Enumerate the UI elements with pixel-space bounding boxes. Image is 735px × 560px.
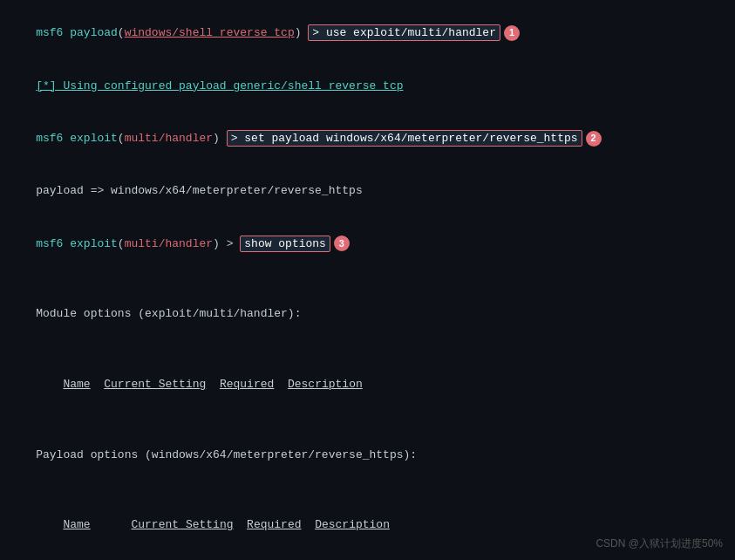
blank1 [9,270,726,288]
exploit-label: exploit [70,132,118,145]
terminal: msf6 payload(windows/shell_reverse_tcp) … [0,0,735,560]
msf6-label2: msf6 [36,132,70,145]
module-cols-header: Name Current Setting Required Descriptio… [9,359,726,411]
badge-3: 3 [334,236,350,251]
show-options-cmd: show options [240,236,330,252]
handler-label2: multi/handler [125,237,213,250]
blank4 [9,481,726,499]
row-exitfunc: EXITFUNC process yes Exit technique (Acc… [9,551,726,560]
payload-options-header: Payload options (windows/x64/meterpreter… [9,428,726,481]
module-options-header: Module options (exploit/multi/handler): [9,288,726,340]
line-configured-payload: [*] Using configured payload generic/she… [9,59,726,112]
set-payload-cmd: > set payload windows/x64/meterpreter/re… [227,130,582,147]
msf6-label: msf6 [36,26,70,39]
badge-2: 2 [586,131,602,147]
blank3 [9,411,726,428]
line-use-exploit: msf6 payload(windows/shell_reverse_tcp) … [9,7,726,59]
use-exploit-cmd: > use exploit/multi/handler [308,24,500,41]
line-set-payload: msf6 exploit(multi/handler) > set payloa… [9,113,726,165]
msf6-label3: msf6 [36,237,70,250]
blank2 [9,341,726,359]
configured-payload-msg: [*] Using configured payload generic/she… [36,79,403,92]
exploit-label2: exploit [70,237,118,250]
handler-label: multi/handler [125,132,213,145]
payload-module: windows/shell_reverse_tcp [125,26,295,39]
payload-label: payload [70,26,118,39]
watermark: CSDN @入狱计划进度50% [595,536,723,551]
line-payload-result: payload => windows/x64/meterpreter/rever… [9,165,726,217]
line-show-options: msf6 exploit(multi/handler) > show optio… [9,218,726,270]
badge-1: 1 [504,25,520,41]
